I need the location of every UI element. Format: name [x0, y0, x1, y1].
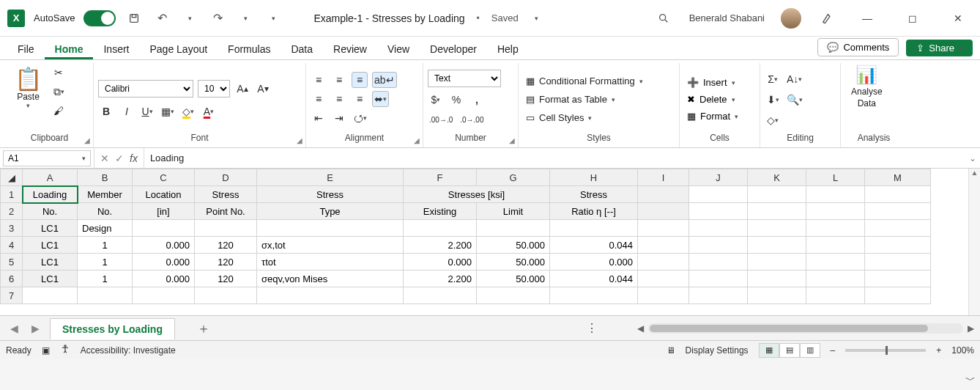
- cell-g4[interactable]: 50.000: [477, 237, 550, 254]
- cell-j6[interactable]: [689, 271, 748, 287]
- col-header-f[interactable]: F: [404, 169, 477, 186]
- add-sheet-icon[interactable]: ＋: [197, 320, 210, 337]
- cell-h5[interactable]: 0.000: [550, 254, 638, 271]
- tab-data[interactable]: Data: [281, 39, 323, 59]
- fill-icon[interactable]: ⬇ ▾: [765, 92, 781, 108]
- col-header-k[interactable]: K: [748, 169, 806, 186]
- tab-review[interactable]: Review: [323, 39, 377, 59]
- coming-soon-icon[interactable]: [817, 9, 836, 28]
- cell-f7[interactable]: [404, 287, 477, 304]
- autosum-icon[interactable]: Σ ▾: [765, 71, 781, 87]
- number-format-select[interactable]: Text: [428, 70, 501, 87]
- cell-d5[interactable]: 120: [195, 254, 257, 271]
- align-right-icon[interactable]: ≡: [352, 91, 368, 107]
- cell-g2[interactable]: Limit: [477, 203, 550, 220]
- display-settings-icon[interactable]: 🖥: [667, 345, 675, 356]
- row-header-7[interactable]: 7: [1, 287, 23, 304]
- chevron-down-icon[interactable]: ▾: [26, 102, 30, 109]
- cell-j7[interactable]: [689, 287, 748, 304]
- row-header-4[interactable]: 4: [1, 237, 23, 254]
- align-center-icon[interactable]: ≡: [331, 91, 347, 107]
- cell-a3[interactable]: LC1: [23, 220, 78, 237]
- paste-icon[interactable]: 📋: [15, 66, 42, 92]
- tab-insert[interactable]: Insert: [93, 39, 139, 59]
- font-color-button[interactable]: A ▾: [201, 103, 217, 119]
- expand-formula-icon[interactable]: ⌄: [965, 153, 980, 163]
- cell-f2[interactable]: Existing: [404, 203, 477, 220]
- format-cells-button[interactable]: ▦Format ▾: [684, 110, 741, 122]
- cell-h7[interactable]: [550, 287, 638, 304]
- col-header-c[interactable]: C: [133, 169, 195, 186]
- number-launcher-icon[interactable]: ◢: [509, 136, 515, 144]
- cell-a6[interactable]: LC1: [23, 271, 78, 287]
- cell-i7[interactable]: [638, 287, 689, 304]
- cell-a1[interactable]: Loading: [23, 186, 78, 203]
- save-icon[interactable]: [125, 9, 144, 28]
- comments-button[interactable]: 💬 Comments: [817, 38, 899, 56]
- cell-i6[interactable]: [638, 271, 689, 287]
- format-painter-icon[interactable]: 🖌: [51, 103, 67, 119]
- cut-icon[interactable]: ✂: [51, 65, 67, 81]
- cell-j5[interactable]: [689, 254, 748, 271]
- page-layout-view-icon[interactable]: ▤: [779, 343, 800, 358]
- increase-font-icon[interactable]: A▴: [234, 81, 250, 97]
- row-header-5[interactable]: 5: [1, 254, 23, 271]
- collapse-ribbon-icon[interactable]: ﹀: [965, 374, 976, 387]
- cell-d6[interactable]: 120: [195, 271, 257, 287]
- cell-k3[interactable]: [748, 220, 806, 237]
- cell-m3[interactable]: [865, 220, 931, 237]
- cell-k5[interactable]: [748, 254, 806, 271]
- scroll-up-icon[interactable]: ▲: [969, 169, 980, 180]
- cell-m1[interactable]: [865, 186, 931, 203]
- cell-f1[interactable]: Stresses [ksi]: [404, 186, 550, 203]
- cell-e7[interactable]: [257, 287, 404, 304]
- cell-k6[interactable]: [748, 271, 806, 287]
- italic-button[interactable]: I: [119, 103, 135, 119]
- col-header-l[interactable]: L: [806, 169, 865, 186]
- row-header-6[interactable]: 6: [1, 271, 23, 287]
- analyse-data-button[interactable]: 📊 Analyse Data: [845, 65, 888, 108]
- zoom-in-icon[interactable]: +: [936, 345, 941, 356]
- cell-styles-button[interactable]: ▭Cell Styles ▾: [523, 111, 595, 125]
- formula-input[interactable]: Loading: [144, 152, 965, 163]
- font-name-select[interactable]: Calibri: [98, 80, 193, 98]
- cell-k4[interactable]: [748, 237, 806, 254]
- zoom-level[interactable]: 100%: [951, 345, 974, 356]
- fx-icon[interactable]: fx: [130, 152, 138, 164]
- cell-c3[interactable]: [133, 220, 195, 237]
- wrap-text-icon[interactable]: ab↵: [372, 72, 397, 88]
- row-header-1[interactable]: 1: [1, 186, 23, 203]
- cancel-formula-icon[interactable]: ✕: [100, 152, 109, 164]
- search-icon[interactable]: [654, 9, 673, 28]
- cell-l4[interactable]: [806, 237, 865, 254]
- cell-l3[interactable]: [806, 220, 865, 237]
- tab-page-layout[interactable]: Page Layout: [139, 39, 218, 59]
- merge-center-icon[interactable]: ⬌ ▾: [372, 91, 389, 107]
- comma-format-icon[interactable]: ,: [469, 92, 485, 108]
- cell-l7[interactable]: [806, 287, 865, 304]
- cell-i3[interactable]: [638, 220, 689, 237]
- delete-cells-button[interactable]: ✖Delete ▾: [684, 93, 738, 106]
- cell-a7[interactable]: [23, 287, 78, 304]
- percent-format-icon[interactable]: %: [448, 92, 464, 108]
- tab-view[interactable]: View: [377, 39, 420, 59]
- cell-d3[interactable]: [195, 220, 257, 237]
- macro-record-icon[interactable]: ▣: [42, 345, 50, 356]
- format-as-table-button[interactable]: ▤Format as Table ▾: [523, 92, 618, 106]
- select-all-cell[interactable]: ◢: [1, 169, 23, 186]
- cell-h4[interactable]: 0.044: [550, 237, 638, 254]
- cell-e5[interactable]: τtot: [257, 254, 404, 271]
- cell-b6[interactable]: 1: [78, 271, 133, 287]
- redo-icon[interactable]: ↷: [208, 9, 227, 28]
- bold-button[interactable]: B: [98, 103, 114, 119]
- cell-f5[interactable]: 0.000: [404, 254, 477, 271]
- sheet-prev-icon[interactable]: ◀: [10, 323, 18, 334]
- cell-j4[interactable]: [689, 237, 748, 254]
- cell-b1[interactable]: Member: [78, 186, 133, 203]
- cell-m2[interactable]: [865, 203, 931, 220]
- cell-e1[interactable]: Stress: [257, 186, 404, 203]
- cell-j1[interactable]: [689, 186, 748, 203]
- align-bottom-icon[interactable]: ≡: [352, 72, 368, 88]
- align-middle-icon[interactable]: ≡: [331, 72, 347, 88]
- increase-decimal-icon[interactable]: .00→.0: [428, 112, 454, 128]
